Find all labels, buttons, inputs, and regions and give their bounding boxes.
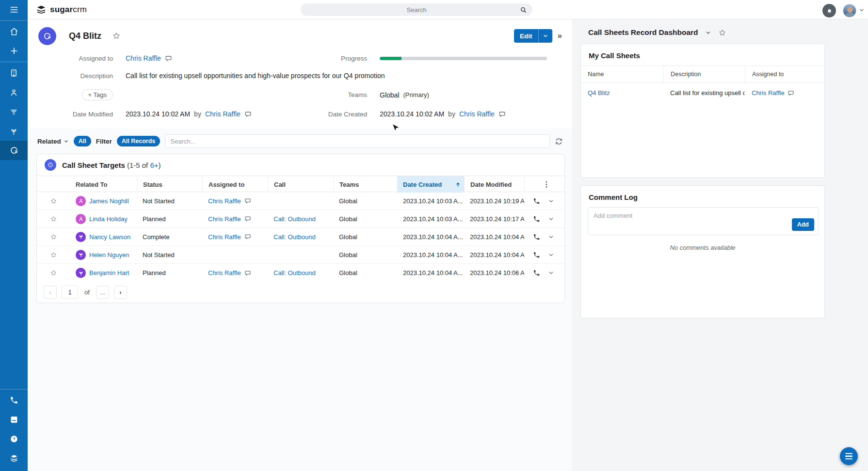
date-created-value: 2023.10.24 10:04 A... — [397, 251, 464, 259]
assigned-to-link[interactable]: Chris Raffle — [126, 54, 161, 62]
column-status[interactable]: Status — [137, 176, 202, 193]
sidebar-item-home[interactable] — [0, 22, 28, 41]
user-menu-chevron-down-icon[interactable] — [859, 7, 865, 13]
sidebar-item-accounts[interactable] — [0, 63, 28, 82]
column-date-modified[interactable]: Date Modified — [464, 176, 524, 193]
call-link[interactable]: Call: Outbound — [273, 215, 316, 223]
sidebar-item-create[interactable] — [0, 41, 28, 61]
comment-bubble-icon[interactable] — [244, 215, 251, 222]
row-favorite-star-icon[interactable] — [50, 269, 57, 276]
sidebar-item-call-sheets[interactable] — [0, 141, 28, 160]
modified-by-link[interactable]: Chris Raffle — [205, 110, 241, 118]
sidebar-item-opportunities[interactable] — [0, 121, 28, 141]
sidebar-item-contacts[interactable] — [0, 82, 28, 102]
assigned-to-link[interactable]: Chris Raffle — [208, 233, 241, 241]
call-phone-icon[interactable] — [533, 251, 540, 259]
status-value: Not Started — [137, 251, 202, 259]
column-date-created-sorted[interactable]: Date Created — [397, 176, 464, 193]
floating-menu-button[interactable] — [840, 447, 858, 465]
sidebar-item-help[interactable]: ? — [0, 429, 28, 449]
refresh-icon[interactable] — [555, 137, 563, 146]
favorite-star-icon[interactable] — [112, 32, 121, 40]
table-row[interactable]: James Noghill Not Started Chris Raffle G… — [37, 192, 564, 210]
search-icon[interactable] — [520, 6, 527, 14]
add-comment-input[interactable] — [588, 208, 818, 235]
call-link[interactable]: Call: Outbound — [273, 233, 316, 241]
column-related-to[interactable]: Related To — [70, 176, 137, 193]
row-actions-chevron-down-icon[interactable] — [548, 270, 554, 276]
dashboard-chevron-down-icon[interactable] — [705, 30, 711, 36]
sidebar-item-notes[interactable] — [0, 410, 28, 429]
row-actions-chevron-down-icon[interactable] — [548, 198, 554, 204]
call-phone-icon[interactable] — [533, 269, 540, 276]
call-phone-icon[interactable] — [533, 233, 540, 241]
assigned-to-link[interactable]: Chris Raffle — [208, 215, 241, 223]
assigned-to-link[interactable]: Chris Raffle — [752, 89, 785, 97]
comment-bubble-icon[interactable] — [244, 270, 251, 276]
call-sheet-link[interactable]: Q4 Blitz — [588, 89, 610, 97]
table-row[interactable]: Helen Nguyen Not Started Global 2023.10.… — [37, 246, 564, 264]
add-comment-button[interactable]: Add — [792, 218, 814, 231]
related-search-input[interactable] — [165, 134, 550, 148]
comment-bubble-icon[interactable] — [165, 55, 172, 62]
row-actions-chevron-down-icon[interactable] — [548, 216, 554, 222]
related-record-link[interactable]: James Noghill — [89, 197, 129, 205]
column-options-kebab-icon[interactable]: ⋮ — [524, 176, 565, 193]
global-search-input[interactable] — [301, 3, 532, 16]
page-ellipsis-button[interactable]: ... — [96, 286, 109, 299]
comment-bubble-icon[interactable] — [244, 233, 251, 240]
row-actions-chevron-down-icon[interactable] — [548, 234, 554, 240]
my-call-sheets-row[interactable]: Q4 Blitz Call list for existing upsell o… — [581, 83, 824, 103]
row-favorite-star-icon[interactable] — [50, 251, 57, 259]
related-record-link[interactable]: Linda Holiday — [89, 215, 128, 223]
call-phone-icon[interactable] — [533, 197, 540, 205]
related-record-link[interactable]: Helen Nguyen — [89, 251, 129, 259]
description-label: Description — [40, 72, 113, 80]
edit-button[interactable]: Edit — [514, 29, 538, 43]
filter-all-records-pill[interactable]: All Records — [117, 136, 160, 146]
table-row[interactable]: Benjamin Hart Planned Chris Raffle Call:… — [37, 264, 564, 282]
sidebar-divider — [0, 389, 28, 390]
created-by-link[interactable]: Chris Raffle — [459, 110, 495, 118]
row-actions-chevron-down-icon[interactable] — [548, 252, 554, 258]
related-dropdown[interactable]: Related — [37, 138, 69, 145]
next-page-button[interactable]: › — [114, 286, 127, 299]
dashboard-favorite-star-icon[interactable] — [718, 29, 726, 37]
column-teams[interactable]: Teams — [333, 176, 397, 193]
comment-bubble-icon[interactable] — [244, 197, 251, 204]
column-assigned-to[interactable]: Assigned to — [745, 66, 825, 82]
call-link[interactable]: Call: Outbound — [273, 269, 316, 276]
date-created-value: 2023.10.24 10:04 A... — [397, 233, 464, 241]
column-name[interactable]: Name — [581, 66, 663, 82]
collapse-panel-icon[interactable]: » — [558, 31, 561, 41]
user-avatar[interactable] — [843, 4, 856, 17]
sidebar-item-phone[interactable] — [0, 390, 28, 410]
column-description[interactable]: Description — [663, 66, 745, 82]
comment-bubble-icon[interactable] — [498, 111, 506, 118]
related-record-link[interactable]: Benjamin Hart — [89, 269, 129, 276]
table-row[interactable]: Linda Holiday Planned Chris Raffle Call:… — [37, 210, 564, 228]
row-favorite-star-icon[interactable] — [50, 197, 57, 205]
notifications-button[interactable] — [822, 4, 836, 17]
comment-bubble-icon[interactable] — [788, 90, 794, 97]
column-call[interactable]: Call — [268, 176, 333, 193]
add-tags-button[interactable]: + Tags — [82, 89, 113, 100]
sidebar-item-modules[interactable] — [0, 449, 28, 468]
row-favorite-star-icon[interactable] — [50, 215, 57, 223]
assigned-to-link[interactable]: Chris Raffle — [208, 269, 241, 276]
call-phone-icon[interactable] — [533, 215, 540, 223]
assigned-to-link[interactable]: Chris Raffle — [208, 197, 241, 205]
current-page-indicator[interactable]: 1 — [62, 286, 78, 299]
count-link[interactable]: 6+ — [150, 161, 158, 169]
hamburger-menu-icon[interactable] — [0, 0, 28, 19]
previous-page-button[interactable]: ‹ — [44, 286, 57, 299]
comment-bubble-icon[interactable] — [244, 111, 252, 118]
filter-label[interactable]: Filter — [96, 138, 112, 145]
edit-dropdown-chevron-icon[interactable] — [538, 29, 552, 43]
sidebar-item-filters[interactable] — [0, 102, 28, 121]
related-all-pill[interactable]: All — [74, 136, 91, 146]
table-row[interactable]: Nancy Lawson Complete Chris Raffle Call:… — [37, 228, 564, 246]
related-record-link[interactable]: Nancy Lawson — [89, 233, 130, 241]
row-favorite-star-icon[interactable] — [50, 233, 57, 241]
column-assigned-to[interactable]: Assigned to — [202, 176, 268, 193]
